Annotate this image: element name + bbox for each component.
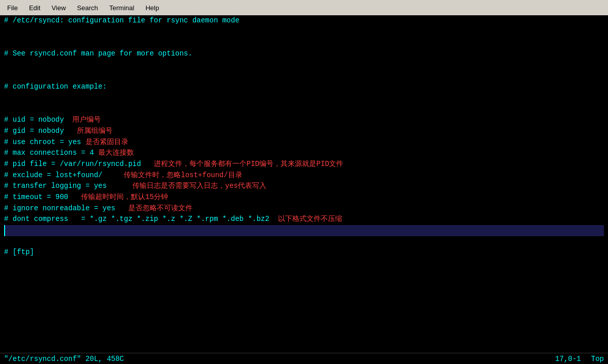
- line-11: # gid = nobody 所属组编号: [4, 126, 604, 137]
- line-2: [4, 26, 604, 38]
- line-3: [4, 37, 604, 48]
- menu-edit[interactable]: Edit: [24, 1, 45, 14]
- cursor-line: [4, 225, 604, 236]
- line-8: [4, 93, 604, 104]
- line-19: # dont compress = *.gz *.tgz *.zip *.z *…: [4, 214, 604, 225]
- line-9: [4, 104, 604, 115]
- line-16: # transfer logging = yes 传输日志是否需要写入日志，ye…: [4, 181, 604, 192]
- line-22: # [ftp]: [4, 247, 604, 258]
- status-file-info: "/etc/rsyncd.conf" 20L, 458C: [4, 355, 124, 363]
- status-scroll: Top: [591, 355, 604, 363]
- line-21: [4, 236, 604, 247]
- menu-view[interactable]: View: [46, 1, 71, 14]
- menubar: File Edit View Search Terminal Help: [0, 0, 608, 15]
- line-10: # uid = nobody 用户编号: [4, 115, 604, 126]
- menu-search[interactable]: Search: [72, 1, 103, 14]
- line-5: [4, 60, 604, 71]
- menu-terminal[interactable]: Terminal: [104, 1, 140, 14]
- line-15: # exclude = lost+found/ 传输文件时，忽略lost+fou…: [4, 170, 604, 181]
- status-position-group: 17,0-1 Top: [555, 355, 604, 363]
- editor-area[interactable]: # /etc/rsyncd: configuration file for rs…: [0, 15, 608, 353]
- line-18: # ignore nonreadable = yes 是否忽略不可读文件: [4, 203, 604, 214]
- line-7: # configuration example:: [4, 81, 604, 93]
- line-6: [4, 70, 604, 81]
- line-17: # timeout = 900 传输超时时间，默认15分钟: [4, 192, 604, 203]
- line-13: # max connections = 4 最大连接数: [4, 148, 604, 159]
- line-14: # pid file = /var/run/rsyncd.pid 进程文件，每个…: [4, 159, 604, 170]
- statusbar: "/etc/rsyncd.conf" 20L, 458C 17,0-1 Top: [0, 353, 608, 364]
- menu-help[interactable]: Help: [141, 1, 164, 14]
- line-12: # use chroot = yes 是否紧固目录: [4, 137, 604, 148]
- status-position: 17,0-1: [555, 355, 581, 363]
- line-4: # See rsyncd.conf man page for more opti…: [4, 48, 604, 60]
- menu-file[interactable]: File: [2, 1, 23, 14]
- line-1: # /etc/rsyncd: configuration file for rs…: [4, 15, 604, 26]
